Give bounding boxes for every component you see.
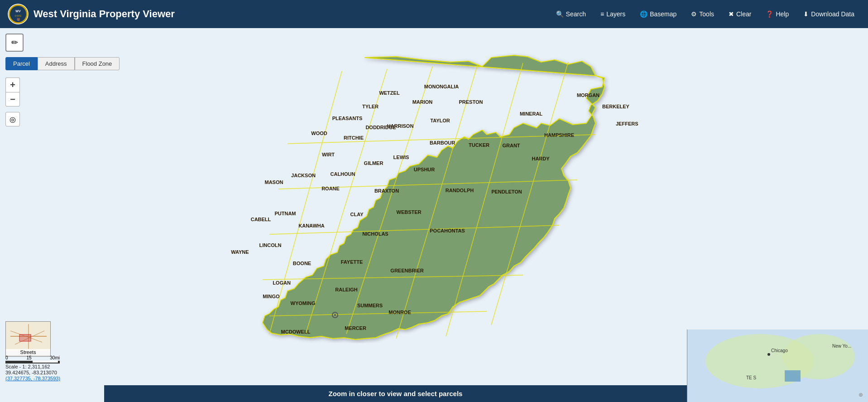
svg-text:STATE: STATE [14, 15, 22, 17]
svg-text:PUTNAM: PUTNAM [274, 211, 296, 216]
scale-mark-0: 0 [5, 355, 8, 360]
svg-text:BARBOUR: BARBOUR [430, 140, 455, 145]
svg-text:BOONE: BOONE [293, 261, 311, 266]
coordinates: 39.424675, -83.213070 [5, 370, 60, 375]
search-tabs: ParcelAddressFlood Zone [5, 57, 120, 70]
overview-map[interactable]: Chicago New Yo... TE S ⊕ [687, 329, 868, 402]
svg-text:HARRISON: HARRISON [387, 123, 414, 129]
svg-text:TE S: TE S [746, 375, 757, 380]
nav-basemap-button[interactable]: 🌐Basemap [633, 7, 683, 21]
app-title: West Virginia Property Viewer [34, 8, 175, 20]
svg-rect-81 [785, 370, 801, 382]
scale-line [5, 361, 60, 363]
download-icon: ⬇ [803, 10, 809, 18]
wv-map-svg[interactable]: MONONGALIA WETZEL MARION TYLER PRESTON P… [163, 53, 638, 343]
zoom-in-button[interactable]: + [5, 77, 20, 92]
zoom-controls: + − [5, 77, 120, 107]
app-logo: WV STATE 🐻 [7, 3, 29, 25]
tab-floodzone-button[interactable]: Flood Zone [75, 57, 120, 70]
scale-text: Scale - 1: 2,311,162 [5, 364, 60, 369]
svg-text:TAYLOR: TAYLOR [430, 118, 450, 123]
svg-text:LOGAN: LOGAN [273, 280, 291, 286]
nav-search-button[interactable]: 🔍Search [550, 7, 592, 21]
nav-layers-label: Layers [606, 10, 625, 18]
nav-search-label: Search [566, 10, 586, 18]
basemap-icon: 🌐 [640, 10, 647, 18]
svg-text:PRESTON: PRESTON [459, 99, 483, 105]
svg-text:GILMER: GILMER [364, 160, 384, 166]
svg-point-68 [334, 314, 336, 316]
svg-text:LINCOLN: LINCOLN [259, 242, 282, 248]
svg-text:KANAWHA: KANAWHA [298, 223, 324, 228]
svg-text:RITCHIE: RITCHIE [344, 135, 364, 140]
scale-mark-15: 15 [26, 355, 31, 360]
svg-text:CALHOUN: CALHOUN [331, 171, 355, 177]
svg-text:MINGO: MINGO [263, 294, 280, 299]
svg-text:Chicago: Chicago [771, 348, 788, 353]
svg-text:CABELL: CABELL [251, 217, 271, 222]
svg-text:⊕: ⊕ [858, 392, 863, 398]
nav-clear-button[interactable]: ✖Clear [722, 7, 758, 21]
svg-text:WIRT: WIRT [322, 152, 335, 157]
nav-help-button[interactable]: ❓Help [759, 7, 795, 21]
header-left: WV STATE 🐻 West Virginia Property Viewer [7, 3, 175, 25]
scale-mark-30: 30mi [50, 355, 60, 360]
svg-point-78 [767, 353, 770, 356]
svg-text:JACKSON: JACKSON [291, 173, 316, 178]
svg-text:BERKELEY: BERKELEY [602, 104, 630, 109]
nav-download-label: Download Data [811, 10, 854, 18]
header-nav: 🔍Search≡Layers🌐Basemap⚙Tools✖Clear❓Help⬇… [550, 7, 861, 21]
svg-text:CLAY: CLAY [350, 212, 364, 217]
nav-download-button[interactable]: ⬇Download Data [797, 7, 861, 21]
layers-icon: ≡ [600, 10, 604, 18]
header: WV STATE 🐻 West Virginia Property Viewer… [0, 0, 868, 28]
svg-text:JEFFERSON: JEFFERSON [616, 121, 638, 126]
nav-tools-label: Tools [699, 10, 714, 18]
svg-text:MARION: MARION [412, 99, 433, 105]
status-message: Zoom in closer to view and select parcel… [329, 390, 463, 397]
svg-text:DODDRIDGE: DODDRIDGE [365, 125, 396, 130]
minimap-label: Streets [6, 349, 50, 355]
svg-text:PLEASANTS: PLEASANTS [332, 116, 363, 121]
clear-icon: ✖ [729, 10, 734, 18]
zoom-out-button[interactable]: − [5, 92, 20, 107]
status-bar: Zoom in closer to view and select parcel… [104, 385, 687, 402]
svg-text:🐻: 🐻 [17, 18, 20, 21]
svg-text:ROANE: ROANE [321, 186, 340, 191]
link-coordinates[interactable]: (37.327735, -78.373593) [5, 376, 60, 381]
svg-text:WAYNE: WAYNE [231, 249, 249, 255]
search-icon: 🔍 [556, 10, 564, 18]
svg-text:MONONGALIA: MONONGALIA [424, 84, 459, 89]
svg-text:MINERAL: MINERAL [520, 111, 542, 116]
tools-icon: ⚙ [691, 10, 697, 18]
minimap[interactable]: Streets [5, 321, 51, 357]
svg-text:New Yo...: New Yo... [832, 344, 851, 349]
nav-layers-button[interactable]: ≡Layers [594, 7, 632, 21]
map-container[interactable]: ✏ ParcelAddressFlood Zone + − ◎ [0, 28, 868, 402]
tab-parcel-button[interactable]: Parcel [5, 57, 38, 70]
nav-help-label: Help [776, 10, 789, 18]
scale-bar: 0 15 30mi Scale - 1: 2,311,162 39.424675… [5, 355, 60, 381]
svg-text:LEWIS: LEWIS [393, 155, 409, 160]
scale-labels: 0 15 30mi [5, 355, 60, 360]
svg-text:WV: WV [15, 10, 21, 13]
scale-graphic [5, 361, 60, 363]
svg-text:WETZEL: WETZEL [379, 90, 399, 96]
nav-clear-label: Clear [736, 10, 751, 18]
nav-basemap-label: Basemap [650, 10, 676, 18]
locate-button[interactable]: ◎ [5, 112, 20, 126]
sketch-button[interactable]: ✏ [5, 34, 24, 52]
help-icon: ❓ [766, 10, 773, 18]
svg-text:MASON: MASON [265, 179, 283, 185]
tab-address-button[interactable]: Address [38, 57, 75, 70]
map-toolbar: ✏ ParcelAddressFlood Zone + − ◎ [5, 34, 120, 126]
nav-tools-button[interactable]: ⚙Tools [685, 7, 720, 21]
svg-rect-74 [19, 334, 31, 341]
